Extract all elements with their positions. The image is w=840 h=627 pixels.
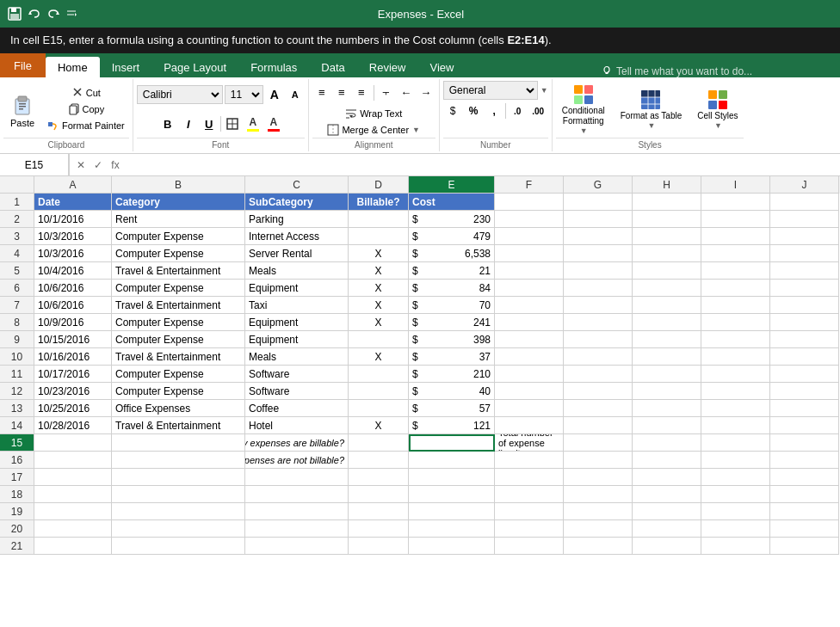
cell-h9[interactable] xyxy=(633,331,701,348)
cell-b7[interactable]: Travel & Entertainment xyxy=(112,297,245,314)
cell-f16[interactable] xyxy=(495,452,564,469)
col-header-e[interactable]: E xyxy=(409,176,495,194)
cell-c18[interactable] xyxy=(245,486,349,503)
cell-d5[interactable]: X xyxy=(349,262,409,280)
cell-d20[interactable] xyxy=(349,520,409,538)
cell-a5[interactable]: 10/4/2016 xyxy=(34,262,112,280)
cell-h3[interactable] xyxy=(633,228,701,245)
cell-i2[interactable] xyxy=(701,211,770,228)
cell-d3[interactable] xyxy=(349,228,409,245)
merge-center-arrow[interactable]: ▼ xyxy=(412,126,420,134)
cell-d12[interactable] xyxy=(349,383,409,400)
align-top-right-button[interactable]: ≡ xyxy=(352,83,371,102)
cell-f6[interactable] xyxy=(495,280,564,297)
save-icon[interactable] xyxy=(7,6,22,22)
cell-i3[interactable] xyxy=(701,228,770,245)
merge-center-button[interactable]: Merge & Center ▼ xyxy=(323,122,424,138)
cut-button[interactable]: Cut xyxy=(67,85,105,101)
cell-g21[interactable] xyxy=(564,538,633,555)
cell-j18[interactable] xyxy=(770,486,839,503)
cell-b9[interactable]: Computer Expense xyxy=(112,331,245,348)
cell-f8[interactable] xyxy=(495,314,564,331)
cell-a1[interactable]: Date xyxy=(34,194,112,211)
format-table-arrow[interactable]: ▼ xyxy=(648,121,656,130)
cell-f5[interactable] xyxy=(495,262,564,280)
cell-a10[interactable]: 10/16/2016 xyxy=(34,348,112,366)
cell-g11[interactable] xyxy=(564,366,633,383)
cell-e12[interactable]: $ 40 xyxy=(409,383,495,400)
cell-b20[interactable] xyxy=(112,520,245,538)
cell-f18[interactable] xyxy=(495,486,564,503)
cell-j1[interactable] xyxy=(770,194,839,211)
cell-h20[interactable] xyxy=(633,520,701,538)
cell-j2[interactable] xyxy=(770,211,839,228)
cell-c8[interactable]: Equipment xyxy=(245,314,349,331)
cell-c2[interactable]: Parking xyxy=(245,211,349,228)
cell-c4[interactable]: Server Rental xyxy=(245,245,349,262)
cell-g2[interactable] xyxy=(564,211,633,228)
wrap-text-button[interactable]: Wrap Text xyxy=(341,106,406,121)
cell-h15[interactable] xyxy=(633,434,701,452)
cell-i9[interactable] xyxy=(701,331,770,348)
cell-e1[interactable]: Cost xyxy=(409,194,495,211)
col-header-c[interactable]: C xyxy=(245,176,349,194)
col-header-d[interactable]: D xyxy=(349,176,409,194)
decrease-font-button[interactable]: A xyxy=(286,85,305,104)
col-header-b[interactable]: B xyxy=(112,176,245,194)
cell-c1[interactable]: SubCategory xyxy=(245,194,349,211)
cell-j17[interactable] xyxy=(770,469,839,486)
text-orient-button[interactable]: ⫟ xyxy=(377,83,396,102)
cell-e18[interactable] xyxy=(409,486,495,503)
format-as-table-button[interactable]: Format as Table ▼ xyxy=(615,86,689,132)
cell-c14[interactable]: Hotel xyxy=(245,417,349,434)
cell-j19[interactable] xyxy=(770,503,839,520)
cell-d18[interactable] xyxy=(349,486,409,503)
cell-h2[interactable] xyxy=(633,211,701,228)
cell-e4[interactable]: $ 6,538 xyxy=(409,245,495,262)
cell-c17[interactable] xyxy=(245,469,349,486)
cell-d17[interactable] xyxy=(349,469,409,486)
cell-g6[interactable] xyxy=(564,280,633,297)
cell-g18[interactable] xyxy=(564,486,633,503)
cell-j13[interactable] xyxy=(770,400,839,417)
customize-icon[interactable] xyxy=(65,8,77,20)
col-header-g[interactable]: G xyxy=(564,176,633,194)
formula-input[interactable] xyxy=(127,159,840,171)
cell-a12[interactable]: 10/23/2016 xyxy=(34,383,112,400)
cell-f19[interactable] xyxy=(495,503,564,520)
decrease-decimal-button[interactable]: .00 xyxy=(528,101,547,120)
cell-b18[interactable] xyxy=(112,486,245,503)
cell-j16[interactable] xyxy=(770,452,839,469)
cell-i17[interactable] xyxy=(701,469,770,486)
cell-i21[interactable] xyxy=(701,538,770,555)
cell-i12[interactable] xyxy=(701,383,770,400)
cell-j11[interactable] xyxy=(770,366,839,383)
cell-d1[interactable]: Billable? xyxy=(349,194,409,211)
cell-e19[interactable] xyxy=(409,503,495,520)
confirm-formula-button[interactable]: ✓ xyxy=(90,157,106,173)
font-name-select[interactable]: Calibri xyxy=(137,85,223,104)
cell-e15[interactable] xyxy=(409,434,495,452)
cell-e20[interactable] xyxy=(409,520,495,538)
cell-e11[interactable]: $ 210 xyxy=(409,366,495,383)
cell-h11[interactable] xyxy=(633,366,701,383)
bold-button[interactable]: B xyxy=(158,114,177,133)
cell-j6[interactable] xyxy=(770,280,839,297)
cell-j10[interactable] xyxy=(770,348,839,366)
cell-i15[interactable] xyxy=(701,434,770,452)
cell-j3[interactable] xyxy=(770,228,839,245)
cell-g14[interactable] xyxy=(564,417,633,434)
cell-j5[interactable] xyxy=(770,262,839,280)
increase-font-button[interactable]: A xyxy=(265,85,284,104)
cell-i4[interactable] xyxy=(701,245,770,262)
cell-h13[interactable] xyxy=(633,400,701,417)
cell-e6[interactable]: $ 84 xyxy=(409,280,495,297)
cell-a3[interactable]: 10/3/2016 xyxy=(34,228,112,245)
tab-home[interactable]: Home xyxy=(46,57,100,77)
conditional-formatting-button[interactable]: ConditionalFormatting ▼ xyxy=(556,81,611,138)
cell-g5[interactable] xyxy=(564,262,633,280)
cell-f14[interactable] xyxy=(495,417,564,434)
cell-g16[interactable] xyxy=(564,452,633,469)
cell-d7[interactable]: X xyxy=(349,297,409,314)
cell-f17[interactable] xyxy=(495,469,564,486)
